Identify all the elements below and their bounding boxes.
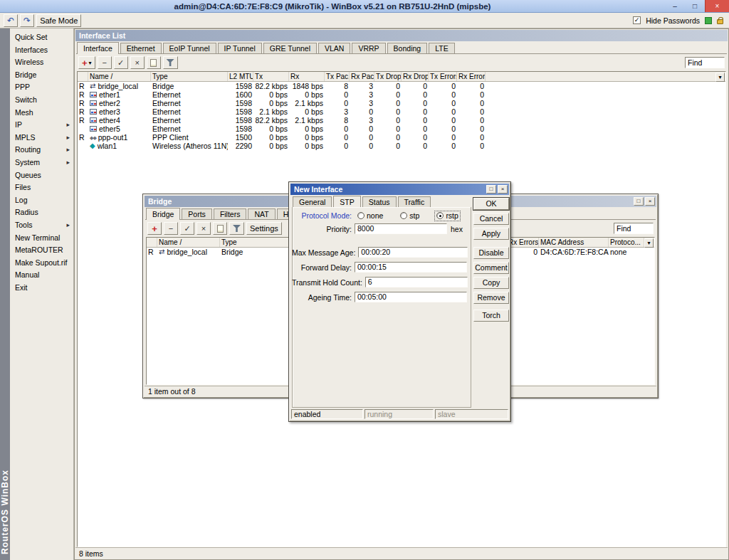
interface-row[interactable]: wlan1 Wireless (Atheros 11N) 2290 0 bps … xyxy=(78,142,725,150)
sidebar-item[interactable]: MPLS ▸ xyxy=(10,132,73,144)
remove-button[interactable]: − xyxy=(98,56,112,69)
column-header[interactable]: Rx Errors xyxy=(507,238,539,247)
disable-button[interactable]: × xyxy=(196,222,211,235)
dialog-button[interactable]: Cancel xyxy=(473,213,509,225)
tab[interactable]: STP xyxy=(333,196,360,208)
enable-button[interactable]: ✓ xyxy=(114,56,128,69)
tab[interactable]: Interface xyxy=(77,42,119,54)
close-button[interactable]: × xyxy=(645,197,655,206)
remove-button[interactable]: − xyxy=(164,222,178,235)
tab[interactable]: VLAN xyxy=(318,43,350,53)
interface-row[interactable]: R ether2 Ethernet 1598 0 bps 2.1 kbps 0 … xyxy=(78,99,725,107)
sidebar-item[interactable]: Wireless xyxy=(10,56,73,69)
sidebar-item[interactable]: New Terminal xyxy=(10,232,73,245)
interface-row[interactable]: R ether1 Ethernet 1600 0 bps 0 bps 0 3 0… xyxy=(78,90,725,99)
tab[interactable]: NAT xyxy=(248,208,275,219)
interface-row[interactable]: R ppp-out1 PPP Client 1500 0 bps 0 bps 0… xyxy=(78,133,725,142)
column-header[interactable]: Name / xyxy=(157,238,220,247)
dialog-button[interactable]: OK xyxy=(473,198,509,210)
minimize-button[interactable]: – xyxy=(665,0,685,12)
interface-row[interactable]: R ether3 Ethernet 1598 2.1 kbps 0 bps 3 … xyxy=(78,107,725,116)
close-button[interactable]: × xyxy=(705,0,729,12)
dialog-button[interactable]: Comment xyxy=(473,262,509,274)
sidebar-item[interactable]: IP ▸ xyxy=(10,119,73,132)
dialog-button[interactable]: Disable xyxy=(473,247,509,259)
sidebar-item[interactable]: Make Supout.rif xyxy=(10,257,73,270)
column-selector-button[interactable]: ▾ xyxy=(644,238,654,248)
dialog-button[interactable]: Apply xyxy=(473,228,509,240)
sidebar-item[interactable]: Log xyxy=(10,194,73,207)
column-header[interactable]: Rx xyxy=(289,72,325,81)
comment-button[interactable] xyxy=(147,56,161,69)
sidebar-item[interactable]: Quick Set xyxy=(10,31,73,44)
sidebar-item[interactable]: MetaROUTER xyxy=(10,244,73,257)
field-input[interactable]: 00:05:00 xyxy=(355,292,467,302)
sidebar-item[interactable]: Mesh xyxy=(10,107,73,120)
tab[interactable]: Traffic xyxy=(398,196,431,207)
sidebar-item[interactable]: System ▸ xyxy=(10,157,73,169)
column-header[interactable]: Tx Errors xyxy=(429,72,457,81)
column-header[interactable]: Rx Errors xyxy=(457,72,486,81)
tab[interactable]: VRRP xyxy=(352,43,385,53)
field-input[interactable]: 6 xyxy=(365,277,468,287)
dialog-button[interactable]: Copy xyxy=(473,277,509,289)
tab[interactable]: General xyxy=(293,196,332,207)
maximize-button[interactable]: □ xyxy=(634,197,644,206)
tab[interactable]: LTE xyxy=(429,43,454,53)
settings-button[interactable]: Settings xyxy=(246,222,282,235)
sidebar-item[interactable]: Radius xyxy=(10,206,73,219)
column-header[interactable]: Type xyxy=(151,72,228,81)
disable-button[interactable]: × xyxy=(130,56,145,69)
interface-list-titlebar[interactable]: Interface List xyxy=(75,30,728,41)
column-selector-button[interactable]: ▾ xyxy=(715,73,725,82)
dialog-titlebar[interactable]: New Interface □ × xyxy=(290,184,509,195)
filter-button[interactable] xyxy=(229,222,244,235)
sidebar-item[interactable]: Files xyxy=(10,181,73,194)
field-input[interactable]: 8000 xyxy=(355,223,447,234)
enable-button[interactable]: ✓ xyxy=(180,222,194,235)
close-button[interactable]: × xyxy=(498,185,508,194)
protocol-radio-option[interactable]: stp xyxy=(399,211,421,221)
interface-row[interactable]: R bridge_local Bridge 1598 82.2 kbps 184… xyxy=(78,82,725,90)
safe-mode-button[interactable]: Safe Mode xyxy=(36,14,81,27)
tab[interactable]: Bridge xyxy=(146,208,180,220)
hide-passwords-checkbox[interactable]: ✓ xyxy=(633,16,641,24)
column-header[interactable]: Name / xyxy=(88,72,151,81)
maximize-button[interactable]: □ xyxy=(486,185,496,194)
add-button[interactable]: + xyxy=(147,222,162,235)
column-header[interactable]: Tx xyxy=(253,72,289,81)
filter-button[interactable] xyxy=(163,56,178,69)
tab[interactable]: EoIP Tunnel xyxy=(163,43,216,53)
tab[interactable]: Filters xyxy=(214,208,247,219)
column-header[interactable] xyxy=(147,238,157,247)
sidebar-item[interactable]: Bridge xyxy=(10,69,73,82)
column-header[interactable]: Rx Pac... xyxy=(350,72,374,81)
interface-row[interactable]: ether5 Ethernet 1598 0 bps 0 bps 0 0 0 0… xyxy=(78,125,725,133)
sidebar-item[interactable]: Exit xyxy=(10,282,73,295)
dialog-button[interactable]: Torch xyxy=(473,310,509,322)
column-header[interactable]: Tx Drops xyxy=(374,72,402,81)
comment-button[interactable] xyxy=(213,222,227,235)
add-button[interactable]: +▾ xyxy=(78,56,95,69)
maximize-button[interactable]: □ xyxy=(685,0,705,12)
sidebar-item[interactable]: Tools ▸ xyxy=(10,219,73,232)
dialog-button[interactable]: Remove xyxy=(473,292,509,304)
field-input[interactable]: 00:00:15 xyxy=(355,262,467,273)
sidebar-item[interactable]: Manual xyxy=(10,269,73,282)
interface-table-header[interactable]: Name / Type L2 MTU Tx Rx Tx Pac... Rx Pa… xyxy=(78,72,725,82)
find-input[interactable]: Find xyxy=(685,57,725,68)
column-header[interactable]: Rx Drops xyxy=(402,72,429,81)
tab[interactable]: GRE Tunnel xyxy=(263,43,317,53)
sidebar-item[interactable]: PPP xyxy=(10,81,73,94)
field-input[interactable]: 00:00:20 xyxy=(358,247,468,258)
sidebar-item[interactable]: Switch xyxy=(10,94,73,107)
column-header[interactable]: Tx Pac... xyxy=(325,72,350,81)
tab[interactable]: Status xyxy=(362,196,397,207)
sidebar-item[interactable]: Routing ▸ xyxy=(10,144,73,157)
undo-button[interactable]: ↶ xyxy=(4,14,18,27)
find-input[interactable]: Find xyxy=(614,223,654,234)
tab[interactable]: IP Tunnel xyxy=(218,43,262,53)
interface-row[interactable]: R ether4 Ethernet 1598 82.2 kbps 2.1 kbp… xyxy=(78,116,725,125)
tab[interactable]: Ports xyxy=(182,208,212,219)
sidebar-item[interactable]: Interfaces xyxy=(10,44,73,57)
